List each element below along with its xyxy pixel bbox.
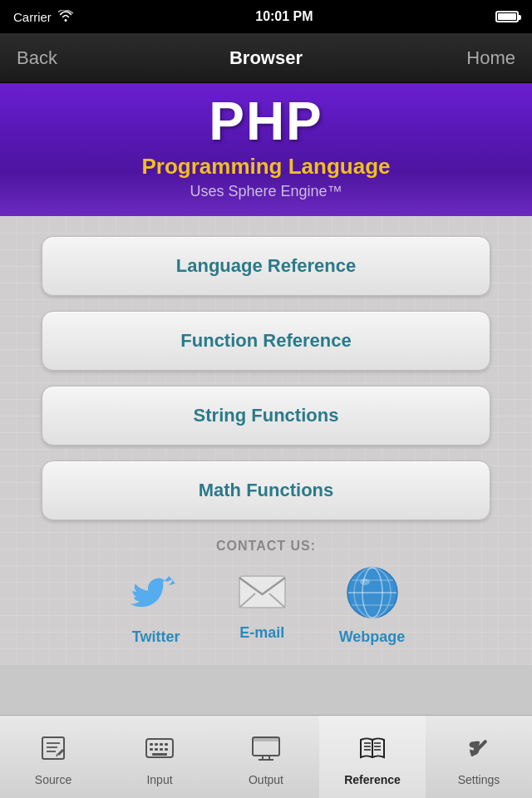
tab-settings[interactable]: Settings <box>426 716 532 798</box>
svg-rect-24 <box>165 748 168 751</box>
tab-bar: Source Input <box>0 715 532 798</box>
svg-rect-23 <box>160 748 163 751</box>
twitter-link[interactable]: Twitter <box>127 564 185 646</box>
language-reference-button[interactable]: Language Reference <box>42 236 490 296</box>
web-icon <box>343 564 401 622</box>
svg-rect-20 <box>165 743 168 746</box>
back-button[interactable]: Back <box>17 47 75 69</box>
string-functions-button[interactable]: String Functions <box>42 386 490 446</box>
contact-label: CONTACT US: <box>216 539 316 554</box>
status-left: Carrier <box>13 10 73 24</box>
output-icon <box>251 734 281 768</box>
settings-icon <box>465 734 493 768</box>
tab-reference-label: Reference <box>344 773 401 786</box>
nav-bar: Back Browser Home <box>0 33 532 83</box>
contact-section: CONTACT US: Twitter <box>42 539 490 646</box>
home-button[interactable]: Home <box>457 47 515 69</box>
webpage-link[interactable]: Webpage <box>339 564 406 646</box>
contact-icons: Twitter E-mail <box>127 564 406 646</box>
banner-title: PHP <box>209 91 323 152</box>
tab-input-label: Input <box>146 773 172 786</box>
carrier-label: Carrier <box>13 10 52 24</box>
svg-rect-17 <box>150 743 153 746</box>
tab-input[interactable]: Input <box>106 716 213 798</box>
status-right <box>495 11 519 22</box>
wifi-icon <box>58 10 73 24</box>
email-icon <box>235 564 289 618</box>
tab-reference[interactable]: Reference <box>319 716 426 798</box>
svg-line-15 <box>57 754 57 756</box>
twitter-label: Twitter <box>132 628 180 646</box>
main-content: Language Reference Function Reference St… <box>0 216 532 665</box>
tab-output[interactable]: Output <box>213 716 319 798</box>
svg-rect-21 <box>150 748 153 751</box>
source-icon <box>39 734 67 768</box>
tab-output-label: Output <box>249 773 283 786</box>
svg-rect-18 <box>155 743 158 746</box>
function-reference-button[interactable]: Function Reference <box>42 311 490 371</box>
status-bar: Carrier 10:01 PM <box>0 0 532 33</box>
nav-title: Browser <box>229 47 303 69</box>
svg-rect-19 <box>160 743 163 746</box>
battery-icon <box>495 11 519 22</box>
svg-rect-22 <box>155 748 158 751</box>
status-time: 10:01 PM <box>255 9 313 24</box>
email-label: E-mail <box>239 624 284 642</box>
svg-rect-1 <box>239 576 285 608</box>
webpage-label: Webpage <box>339 628 406 646</box>
svg-rect-11 <box>42 737 64 759</box>
banner-subtitle: Programming Language <box>141 154 390 180</box>
email-link[interactable]: E-mail <box>235 564 289 642</box>
math-functions-button[interactable]: Math Functions <box>42 461 490 520</box>
tab-source[interactable]: Source <box>0 716 106 798</box>
banner-tagline: Uses Sphere Engine™ <box>190 183 342 200</box>
twitter-icon <box>127 564 185 622</box>
input-icon <box>145 734 175 768</box>
svg-rect-25 <box>152 753 167 756</box>
reference-icon <box>357 734 387 768</box>
svg-point-10 <box>360 579 370 585</box>
svg-rect-27 <box>253 737 279 741</box>
header-banner: PHP Programming Language Uses Sphere Eng… <box>0 83 532 216</box>
tab-settings-label: Settings <box>458 773 500 786</box>
tab-source-label: Source <box>35 773 71 786</box>
